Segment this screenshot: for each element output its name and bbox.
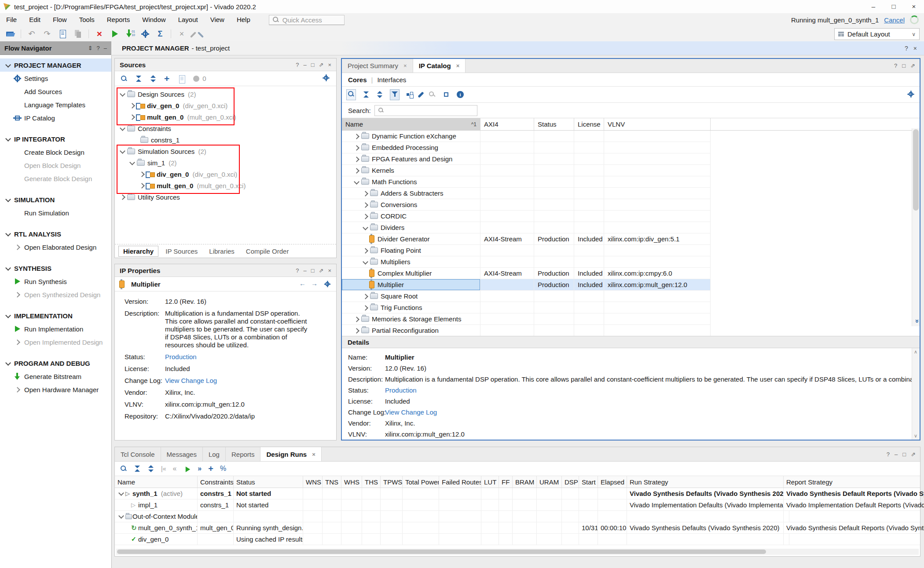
add-sources-button[interactable]: + xyxy=(164,73,169,84)
expand-chevron-icon[interactable] xyxy=(118,124,126,132)
flow-navigator-row[interactable]: Run Synthesis xyxy=(0,275,111,288)
column-header[interactable]: Failed Routes xyxy=(439,476,481,488)
search-input[interactable] xyxy=(374,105,477,116)
catalog-name-cell[interactable]: Partial Reconfiguration xyxy=(342,325,480,336)
catalog-row[interactable]: Math Functions xyxy=(342,176,711,188)
expand-chevron-icon[interactable] xyxy=(117,490,125,497)
flow-navigator-row[interactable] xyxy=(0,254,111,262)
source-tree-row[interactable]: Simulation Sources (2) xyxy=(115,146,336,157)
float-icon[interactable]: ⇗ xyxy=(319,62,324,68)
column-header[interactable]: FF xyxy=(499,476,513,488)
stop-button[interactable]: × xyxy=(95,29,104,39)
flow-navigator-row[interactable] xyxy=(0,185,111,193)
expand-chevron-icon[interactable] xyxy=(118,147,126,155)
report-utilization-button[interactable]: Σ xyxy=(155,29,165,39)
tab-messages[interactable]: Messages xyxy=(161,447,203,461)
expand-chevron-icon[interactable] xyxy=(352,144,360,152)
source-tree-row[interactable]: div_gen_0 (div_gen_0.xci) xyxy=(115,100,336,111)
expand-chevron-icon[interactable] xyxy=(361,247,369,255)
scroll-up-icon[interactable]: ∧ xyxy=(914,349,917,355)
catalog-name-cell[interactable]: Complex Multiplier xyxy=(342,268,480,279)
menu-item[interactable]: Tools xyxy=(73,13,101,26)
help-icon[interactable]: ? xyxy=(296,267,299,274)
catalog-row[interactable]: FPGA Features and Design xyxy=(342,153,711,165)
cancel-disabled-button[interactable]: × xyxy=(177,29,187,39)
expand-chevron-icon[interactable] xyxy=(352,327,360,335)
minimize-icon[interactable]: – xyxy=(303,62,306,68)
collapse-all-icon[interactable]: ⇕ xyxy=(88,45,93,51)
flow-navigator-row[interactable]: PROGRAM AND DEBUG xyxy=(0,357,111,370)
help-icon[interactable]: ? xyxy=(887,451,890,458)
flow-navigator-row[interactable]: Open Hardware Manager xyxy=(0,383,111,396)
hide-panel-icon[interactable]: – xyxy=(104,45,107,51)
expand-chevron-icon[interactable] xyxy=(128,102,136,109)
flow-navigator-row[interactable]: Open Implemented Design xyxy=(0,335,111,349)
close-icon[interactable]: × xyxy=(456,62,460,69)
column-header-vlnv[interactable]: VLNV xyxy=(604,118,711,130)
column-header[interactable]: LUT xyxy=(481,476,499,488)
copy-button[interactable] xyxy=(73,29,83,39)
tab-ip-sources[interactable]: IP Sources xyxy=(161,246,202,256)
catalog-name-cell[interactable]: Square Root xyxy=(342,291,480,302)
menu-item[interactable]: Reports xyxy=(101,13,136,26)
catalog-row[interactable]: Dynamic Function eXchange xyxy=(342,131,711,142)
maximize-icon[interactable]: □ xyxy=(902,62,906,69)
column-header[interactable]: URAM xyxy=(537,476,562,488)
tab-compile-order[interactable]: Compile Order xyxy=(242,246,293,256)
search-icon[interactable] xyxy=(121,75,128,82)
expand-chevron-icon[interactable] xyxy=(128,113,136,121)
run-row[interactable]: impl_1 constrs_1 Not started xyxy=(115,499,920,511)
expand-all-icon[interactable] xyxy=(150,75,157,82)
flow-navigator-row[interactable]: Run Implementation xyxy=(0,322,111,335)
catalog-row[interactable]: Floating Point xyxy=(342,245,711,256)
properties-disabled-icon[interactable] xyxy=(177,74,186,83)
column-header[interactable]: Report Strategy xyxy=(784,476,920,488)
search-toggle-button[interactable] xyxy=(346,89,356,100)
catalog-row[interactable]: Memories & Storage Elements xyxy=(342,313,711,325)
source-tree-row[interactable]: mult_gen_0 (mult_gen_0.xci) xyxy=(115,180,336,191)
undo-button[interactable]: ↶ xyxy=(27,29,37,39)
menu-item[interactable]: Window xyxy=(136,13,172,26)
column-header[interactable]: TPWS xyxy=(381,476,403,488)
catalog-row[interactable]: Trig Functions xyxy=(342,302,711,313)
source-tree-row[interactable]: sim_1 (2) xyxy=(115,157,336,168)
source-tree-row[interactable]: mult_gen_0 (mult_gen_0.xci) xyxy=(115,111,336,123)
generate-bitstream-button[interactable]: 0110 xyxy=(125,29,135,39)
catalog-name-cell[interactable]: Math Functions xyxy=(342,176,480,187)
flow-navigator-row[interactable]: IP Catalog xyxy=(0,111,111,124)
catalog-row[interactable]: Complex Multiplier AXI4-Stream Productio… xyxy=(342,268,711,279)
chip-icon[interactable] xyxy=(442,91,450,98)
catalog-name-cell[interactable]: Dividers xyxy=(342,222,480,233)
catalog-name-cell[interactable]: Divider Generator xyxy=(342,233,480,244)
collapse-all-icon[interactable] xyxy=(135,75,142,82)
close-icon[interactable]: × xyxy=(913,45,917,52)
close-icon[interactable]: × xyxy=(328,62,331,68)
horizontal-scrollbar[interactable] xyxy=(116,549,919,555)
menu-item[interactable]: Help xyxy=(231,13,257,26)
percent-icon[interactable]: % xyxy=(220,465,226,473)
tab-project-summary[interactable]: Project Summary × xyxy=(342,59,413,73)
expand-chevron-icon[interactable] xyxy=(352,315,360,323)
help-icon[interactable]: ? xyxy=(905,45,908,52)
first-run-icon[interactable]: |« xyxy=(161,465,166,472)
close-icon[interactable]: × xyxy=(403,62,407,69)
catalog-name-cell[interactable]: Memories & Storage Elements xyxy=(342,313,480,324)
menu-item[interactable]: View xyxy=(204,13,231,26)
flow-navigator-row[interactable]: Add Sources xyxy=(0,85,111,98)
catalog-name-cell[interactable]: CORDIC xyxy=(342,211,480,222)
run-row[interactable]: mult_gen_0_synth_1 mult_gen_0 Running sy… xyxy=(115,522,920,534)
expand-chevron-icon[interactable] xyxy=(361,292,369,300)
flow-navigator-row[interactable]: Run Simulation xyxy=(0,206,111,219)
column-header-name[interactable]: Name ^1 xyxy=(342,118,480,130)
expand-chevron-icon[interactable] xyxy=(117,513,125,520)
expand-chevron-icon[interactable] xyxy=(138,182,146,189)
create-runs-icon[interactable]: + xyxy=(208,464,213,474)
run-row[interactable]: div_gen_0 Using cached IP results xyxy=(115,534,920,545)
report-button[interactable] xyxy=(58,29,67,39)
search-icon[interactable] xyxy=(120,465,127,472)
flow-navigator-row[interactable]: RTL ANALYSIS xyxy=(0,227,111,240)
gear-icon[interactable] xyxy=(323,74,330,82)
catalog-name-cell[interactable]: Floating Point xyxy=(342,245,480,256)
expand-chevron-icon[interactable] xyxy=(138,170,146,178)
expand-chevron-icon[interactable] xyxy=(361,201,369,209)
